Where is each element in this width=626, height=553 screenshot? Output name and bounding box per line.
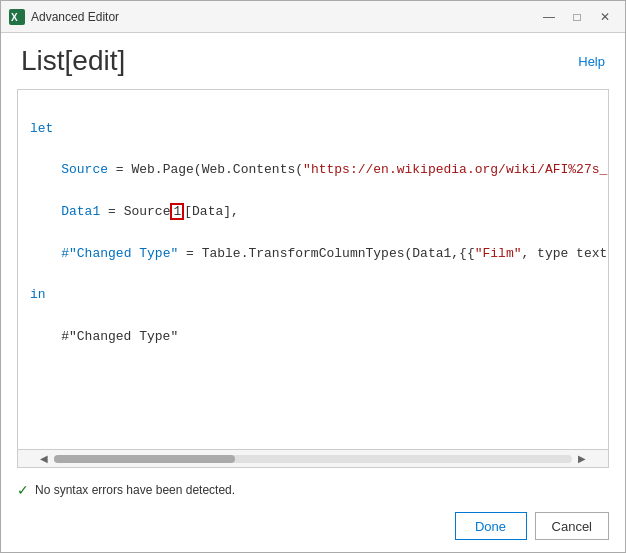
code-line-4: #"Changed Type" = Table.TransformColumnT… [30, 244, 596, 265]
code-line-3: Data1 = Source1[Data], [30, 202, 596, 223]
code-line-1: let [30, 119, 596, 140]
scrollbar-thumb[interactable] [54, 455, 235, 463]
svg-text:X: X [11, 12, 18, 23]
excel-icon: X [9, 9, 25, 25]
done-button[interactable]: Done [455, 512, 527, 540]
window-controls: — □ ✕ [537, 6, 617, 28]
scrollbar-track[interactable] [54, 455, 572, 463]
help-link[interactable]: Help [578, 54, 605, 69]
code-line-2: Source = Web.Page(Web.Contents("https://… [30, 160, 596, 181]
cancel-button[interactable]: Cancel [535, 512, 609, 540]
maximize-button[interactable]: □ [565, 6, 589, 28]
keyword-let: let [30, 121, 53, 136]
advanced-editor-window: X Advanced Editor — □ ✕ List[edit] Help … [0, 0, 626, 553]
code-line-6: #"Changed Type" [30, 327, 596, 348]
horizontal-scrollbar[interactable]: ◀ ▶ [18, 449, 608, 467]
title-bar-text: Advanced Editor [31, 10, 537, 24]
close-button[interactable]: ✕ [593, 6, 617, 28]
status-text: No syntax errors have been detected. [35, 483, 235, 497]
window-body: List[edit] Help let Source = Web.Page(We… [1, 33, 625, 552]
code-editor[interactable]: let Source = Web.Page(Web.Contents("http… [18, 90, 608, 449]
status-bar: ✓ No syntax errors have been detected. [1, 476, 625, 504]
scroll-left-arrow[interactable]: ◀ [36, 451, 52, 467]
minimize-button[interactable]: — [537, 6, 561, 28]
code-line-5: in [30, 285, 596, 306]
page-title: List[edit] [21, 45, 125, 77]
code-area-wrapper: let Source = Web.Page(Web.Contents("http… [17, 89, 609, 468]
check-icon: ✓ [17, 482, 29, 498]
header-row: List[edit] Help [1, 33, 625, 85]
title-bar: X Advanced Editor — □ ✕ [1, 1, 625, 33]
scroll-right-arrow[interactable]: ▶ [574, 451, 590, 467]
button-row: Done Cancel [1, 504, 625, 552]
